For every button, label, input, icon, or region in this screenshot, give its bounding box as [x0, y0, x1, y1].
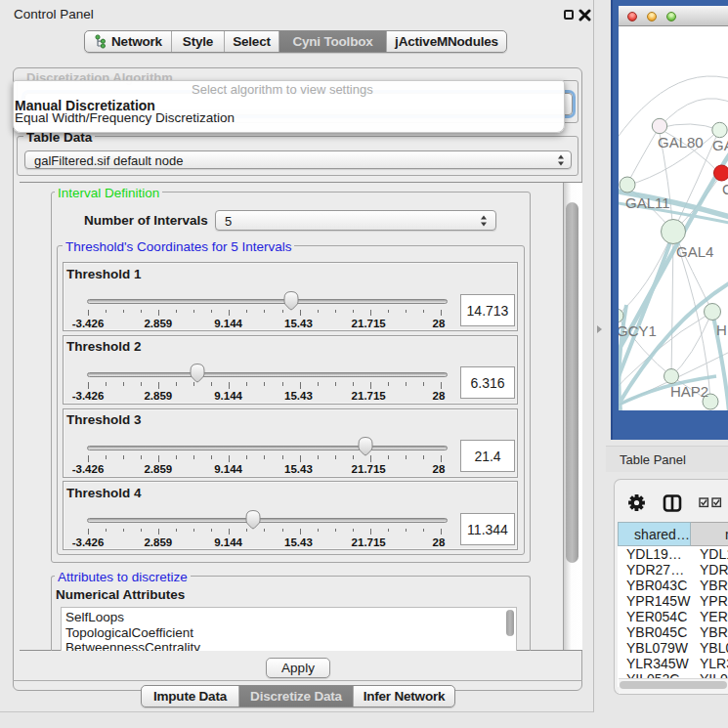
svg-text:H: H	[716, 321, 727, 338]
svg-text:GCY1: GCY1	[619, 322, 657, 339]
svg-text:GAL80: GAL80	[658, 134, 704, 150]
svg-text:C: C	[722, 181, 728, 197]
svg-text:GAL4: GAL4	[676, 243, 713, 260]
svg-text:GAL11: GAL11	[625, 194, 670, 211]
svg-text:HAP2: HAP2	[670, 383, 708, 400]
svg-text:GA: GA	[712, 137, 728, 153]
